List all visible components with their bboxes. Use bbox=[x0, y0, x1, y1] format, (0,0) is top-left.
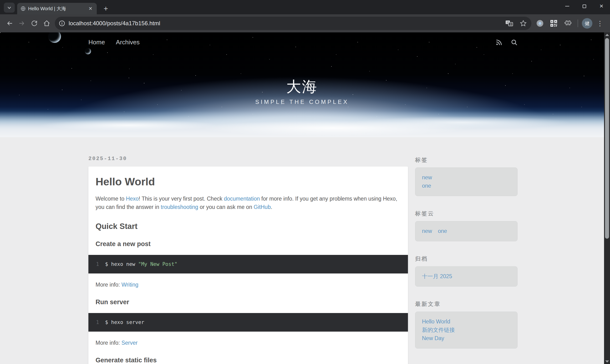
chevron-down-icon bbox=[6, 5, 12, 11]
circle-extension-icon bbox=[537, 20, 543, 27]
post-title[interactable]: Hello World bbox=[96, 176, 401, 188]
writing-link[interactable]: Writing bbox=[121, 282, 138, 288]
heading-quick-start: Quick Start bbox=[96, 222, 401, 231]
sidebar: 标签 new one 标签云 new one 归档 十一月 2025 bbox=[415, 137, 518, 362]
tag-link[interactable]: new bbox=[422, 173, 511, 182]
address-bar[interactable]: localhost:4000/posts/4a17b156.html G 文 bbox=[55, 17, 531, 30]
puzzle-icon bbox=[564, 20, 571, 27]
moon-large bbox=[48, 32, 61, 43]
code-command: $ hexo new bbox=[105, 261, 138, 267]
more-info-server: More info: Server bbox=[96, 339, 401, 347]
forward-button[interactable] bbox=[16, 17, 28, 29]
widget-recent-posts: 最新文章 Hello World 新的文件链接 New Day bbox=[415, 300, 518, 349]
reload-icon bbox=[30, 20, 38, 27]
browser-tab[interactable]: Hello World | 大海 ✕ bbox=[17, 3, 97, 14]
widget-tags: 标签 new one bbox=[415, 156, 518, 196]
server-link[interactable]: Server bbox=[121, 340, 138, 346]
recent-post-link[interactable]: Hello World bbox=[422, 318, 511, 326]
tab-title: Hello World | 大海 bbox=[28, 5, 85, 12]
scrollbar-thumb[interactable] bbox=[605, 38, 609, 239]
forward-icon bbox=[18, 19, 26, 27]
globe-favicon-icon bbox=[21, 6, 26, 11]
tag-link[interactable]: one bbox=[422, 182, 511, 190]
toolbar-divider bbox=[578, 20, 578, 27]
site-banner: Home Archives bbox=[0, 32, 604, 137]
new-tab-button[interactable]: + bbox=[101, 4, 111, 13]
code-line-number: 1 bbox=[88, 261, 105, 268]
qr-extension-button[interactable] bbox=[547, 17, 560, 29]
main-column: 2025-11-30 Hello World Welcome to Hexo! … bbox=[88, 137, 408, 364]
code-line-number: 1 bbox=[88, 319, 105, 326]
tagcloud-link[interactable]: new bbox=[422, 227, 432, 235]
documentation-link[interactable]: documentation bbox=[224, 195, 260, 202]
heading-generate: Generate static files bbox=[96, 357, 401, 364]
browser-menu-button[interactable]: ⋮ bbox=[594, 17, 606, 29]
post-card: Hello World Welcome to Hexo! This is you… bbox=[88, 167, 408, 364]
tagcloud-link[interactable]: one bbox=[438, 227, 447, 235]
site-subtitle: SIMPLE THE COMPLEX bbox=[0, 99, 604, 105]
reload-button[interactable] bbox=[28, 17, 40, 29]
tab-search-button[interactable] bbox=[4, 3, 15, 13]
archive-link[interactable]: 十一月 2025 bbox=[422, 272, 511, 281]
widget-recent-title: 最新文章 bbox=[415, 300, 518, 308]
profile-avatar[interactable]: 健 bbox=[582, 18, 592, 29]
home-icon bbox=[43, 19, 51, 27]
post-date: 2025-11-30 bbox=[88, 156, 408, 162]
intro-text: or you can ask me on bbox=[198, 204, 254, 210]
scroll-down-arrow-icon[interactable] bbox=[605, 360, 609, 363]
nav-home-link[interactable]: Home bbox=[88, 39, 105, 46]
recent-post-link[interactable]: 新的文件链接 bbox=[422, 326, 511, 334]
search-icon[interactable] bbox=[511, 39, 518, 46]
browser-toolbar: localhost:4000/posts/4a17b156.html G 文 bbox=[0, 14, 610, 32]
cloud bbox=[203, 120, 465, 136]
scroll-up-arrow-icon[interactable] bbox=[605, 34, 609, 36]
code-text: $ hexo server bbox=[105, 319, 144, 326]
tab-close-icon[interactable]: ✕ bbox=[88, 6, 93, 12]
intro-text: Welcome to bbox=[96, 195, 126, 202]
widget-tagcloud: 标签云 new one bbox=[415, 210, 518, 241]
moon-small bbox=[85, 48, 91, 54]
heading-run-server: Run server bbox=[96, 299, 401, 306]
tab-bar: Hello World | 大海 ✕ + ✕ bbox=[0, 0, 610, 14]
toolbar-right-icons: 健 ⋮ bbox=[534, 17, 606, 29]
home-button[interactable] bbox=[40, 17, 53, 29]
window-restore-button[interactable] bbox=[576, 0, 593, 13]
qr-code-icon bbox=[550, 20, 558, 27]
minimize-icon bbox=[565, 6, 569, 6]
code-string: "My New Post" bbox=[138, 261, 177, 267]
web-page: Home Archives bbox=[0, 32, 604, 364]
window-close-button[interactable]: ✕ bbox=[593, 0, 610, 13]
restore-icon bbox=[583, 4, 586, 8]
cloud bbox=[38, 120, 219, 131]
hexo-link[interactable]: Hexo bbox=[126, 195, 139, 202]
site-info-icon[interactable] bbox=[59, 20, 65, 27]
rss-icon[interactable] bbox=[496, 39, 502, 46]
nav-archives-link[interactable]: Archives bbox=[116, 39, 140, 46]
window-minimize-button[interactable] bbox=[558, 0, 576, 13]
github-link[interactable]: GitHub bbox=[254, 204, 271, 210]
intro-text: . bbox=[271, 204, 272, 210]
code-block-new-post: 1 $ hexo new "My New Post" bbox=[88, 255, 408, 273]
browser-window: Hello World | 大海 ✕ + ✕ bbox=[0, 0, 610, 364]
post-intro: Welcome to Hexo! This is your very first… bbox=[96, 195, 401, 211]
widget-archives-title: 归档 bbox=[415, 255, 518, 262]
intro-text: ! This is your very first post. Check bbox=[139, 195, 224, 202]
vertical-scrollbar[interactable] bbox=[604, 32, 610, 364]
recent-post-link[interactable]: New Day bbox=[422, 334, 511, 343]
more-info-text: More info: bbox=[96, 282, 121, 288]
post-title-link[interactable]: Hello World bbox=[96, 176, 155, 188]
translate-icon[interactable]: G 文 bbox=[505, 20, 513, 27]
site-title: 大海 bbox=[0, 77, 604, 97]
more-info-writing: More info: Writing bbox=[96, 281, 401, 289]
url-text[interactable]: localhost:4000/posts/4a17b156.html bbox=[69, 20, 505, 27]
extensions-menu-button[interactable] bbox=[561, 17, 574, 29]
widget-tagcloud-title: 标签云 bbox=[415, 210, 518, 217]
starfield-dim bbox=[0, 32, 0, 33]
widget-archives: 归档 十一月 2025 bbox=[415, 255, 518, 286]
extension-circle-button[interactable] bbox=[534, 17, 546, 29]
troubleshooting-link[interactable]: troubleshooting bbox=[161, 204, 198, 210]
bookmark-star-icon[interactable] bbox=[519, 20, 527, 27]
site-nav: Home Archives bbox=[88, 39, 140, 46]
heading-create-post: Create a new post bbox=[96, 240, 401, 248]
back-button[interactable] bbox=[3, 17, 16, 29]
